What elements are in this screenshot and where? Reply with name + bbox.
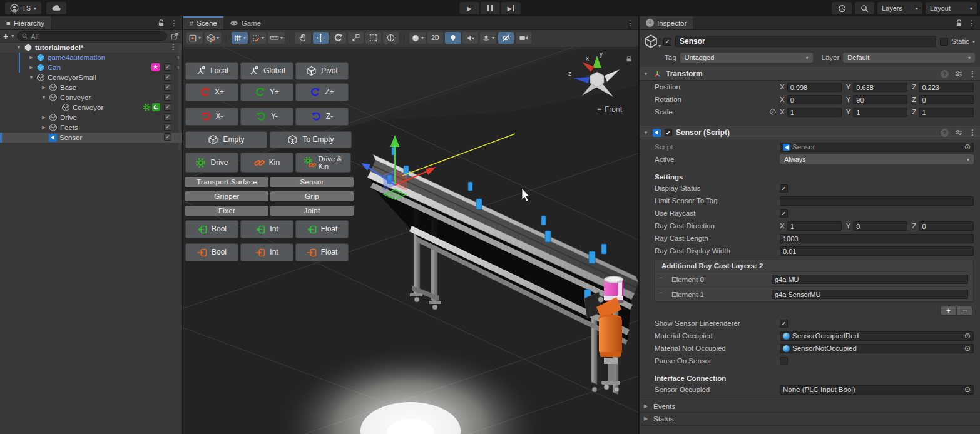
material-not-occupied-field[interactable]: SensorNotOccupied ⊙ bbox=[780, 344, 974, 353]
help-icon[interactable]: ? bbox=[941, 70, 949, 78]
to-empty-button[interactable]: To Empty bbox=[270, 131, 352, 148]
step-button[interactable]: ▶ bbox=[501, 2, 521, 14]
scene-viewport[interactable]: Local Global Pivot X+ Y+ Z+ X- Y- Z- Emp… bbox=[183, 47, 638, 434]
gizmo-cones[interactable] bbox=[573, 56, 620, 97]
camera-settings-button[interactable] bbox=[516, 32, 531, 44]
gizmo-y-label[interactable]: y bbox=[600, 51, 603, 58]
rotate-z-minus-button[interactable]: Z- bbox=[295, 108, 349, 126]
raycast-layers-header[interactable]: Additional Ray Cast Layers: 2 bbox=[655, 260, 973, 271]
object-picker-icon[interactable]: ⊙ bbox=[964, 345, 971, 352]
material-occupied-field[interactable]: SensorOccupiedRed ⊙ bbox=[780, 331, 974, 341]
gizmo-lock-icon[interactable] bbox=[625, 55, 633, 63]
active-checkbox[interactable]: ✓ bbox=[164, 83, 171, 91]
gripper-button[interactable]: Gripper bbox=[185, 191, 268, 201]
empty-button[interactable]: Empty bbox=[185, 131, 267, 148]
rect-tool[interactable] bbox=[365, 32, 381, 44]
foldout-expanded-icon[interactable]: ▼ bbox=[40, 95, 48, 99]
layout-dropdown[interactable]: Layout ▾ bbox=[926, 2, 977, 14]
tab-inspector[interactable]: i Inspector bbox=[640, 16, 693, 29]
remove-element-button[interactable]: − bbox=[957, 306, 972, 316]
foldout-expanded-icon[interactable]: ▼ bbox=[15, 45, 23, 49]
scale-z-field[interactable]: 1 bbox=[919, 108, 974, 117]
presets-icon[interactable] bbox=[954, 128, 963, 137]
gizmo-z-label[interactable]: z bbox=[568, 70, 571, 77]
pivot-button[interactable]: Pivot bbox=[295, 62, 349, 80]
chevron-down-icon[interactable]: ▾ bbox=[11, 33, 14, 39]
script-object-field[interactable]: Sensor ⊙ bbox=[780, 143, 974, 152]
lighting-toggle[interactable] bbox=[445, 32, 461, 44]
sensor-component-header[interactable]: ▼ ✓ Sensor (Script) ? ⋮ bbox=[640, 126, 980, 139]
plc-input-float-button[interactable]: Float bbox=[295, 220, 349, 238]
fixer-button[interactable]: Fixer bbox=[185, 206, 268, 216]
scale-tool[interactable] bbox=[348, 32, 364, 44]
plc-output-float-button[interactable]: Float bbox=[295, 243, 349, 261]
layers-dropdown[interactable]: Layers ▾ bbox=[877, 2, 922, 14]
gameobject-name-field[interactable]: Sensor bbox=[675, 36, 936, 47]
object-picker-icon[interactable]: ⊙ bbox=[964, 143, 971, 151]
object-picker-icon[interactable]: ⊙ bbox=[964, 386, 971, 393]
layer-dropdown[interactable]: Default ▾ bbox=[843, 53, 975, 63]
kebab-menu-icon[interactable]: ⋮ bbox=[968, 19, 976, 28]
row-conveyor-child[interactable]: Conveyor ✓ bbox=[0, 103, 182, 113]
kebab-menu-icon[interactable]: ⋮ bbox=[626, 19, 634, 28]
favorite-star-badge[interactable]: ★ bbox=[151, 63, 160, 71]
kebab-menu-icon[interactable]: ⋮ bbox=[969, 69, 976, 78]
raycast-dir-y-field[interactable]: 0 bbox=[853, 221, 907, 231]
foldout-collapsed-icon[interactable]: ▶ bbox=[28, 65, 35, 70]
status-foldout[interactable]: ▶ Status bbox=[640, 412, 980, 425]
foldout-collapsed-icon[interactable]: ▶ bbox=[40, 85, 48, 90]
gizmo-pick-dropdown[interactable]: ▾ bbox=[205, 32, 221, 44]
plc-input-int-button[interactable]: Int bbox=[240, 220, 293, 238]
static-checkbox[interactable] bbox=[940, 38, 948, 46]
tab-hierarchy[interactable]: ≡ Hierarchy bbox=[0, 16, 51, 29]
lock-icon[interactable] bbox=[157, 19, 165, 27]
rotate-x-plus-button[interactable]: X+ bbox=[185, 83, 238, 101]
foldout-collapsed-icon[interactable]: ▶ bbox=[40, 115, 48, 120]
scale-y-field[interactable]: 1 bbox=[853, 108, 907, 117]
row-conveyorsmall[interactable]: ▼ ConveyorSmall ✓ bbox=[0, 73, 182, 83]
show-linerenderer-checkbox[interactable]: ✓ bbox=[780, 320, 788, 328]
hierarchy-scrollbar[interactable] bbox=[178, 44, 181, 150]
use-raycast-checkbox[interactable]: ✓ bbox=[780, 209, 788, 218]
create-button[interactable]: + bbox=[3, 32, 8, 41]
raycast-width-field[interactable]: 0.01 bbox=[780, 246, 974, 256]
constrain-proportions-icon[interactable] bbox=[768, 108, 777, 116]
tab-scene[interactable]: # Scene bbox=[183, 16, 223, 29]
presets-icon[interactable] bbox=[954, 69, 963, 78]
pause-button[interactable] bbox=[481, 2, 500, 14]
display-status-checkbox[interactable]: ✓ bbox=[780, 184, 788, 193]
kebab-menu-icon[interactable]: ⋮ bbox=[170, 19, 178, 28]
rotate-x-minus-button[interactable]: X- bbox=[185, 108, 238, 126]
gameobject-active-checkbox[interactable]: ✓ bbox=[663, 38, 671, 46]
grid-snap-dropdown[interactable]: ▾ bbox=[250, 32, 266, 44]
audio-mute-toggle[interactable] bbox=[462, 32, 478, 44]
drag-handle-icon[interactable]: = bbox=[659, 291, 666, 298]
active-checkbox[interactable]: ✓ bbox=[164, 113, 171, 121]
component-enabled-checkbox[interactable]: ✓ bbox=[665, 129, 672, 136]
drive-and-kin-button[interactable]: Drive & Kin bbox=[295, 153, 351, 173]
grip-button[interactable]: Grip bbox=[270, 191, 354, 201]
active-checkbox[interactable]: ✓ bbox=[164, 103, 171, 111]
hierarchy-search-input[interactable]: All bbox=[17, 31, 167, 41]
row-base[interactable]: ▶ Base ✓ bbox=[0, 83, 182, 93]
global-button[interactable]: Global bbox=[240, 62, 293, 80]
rotate-tool[interactable] bbox=[330, 32, 346, 44]
kebab-menu-icon[interactable]: ⋮ bbox=[969, 128, 976, 137]
row-sensor-selected[interactable]: Sensor ✓ bbox=[0, 133, 182, 143]
object-picker-icon[interactable]: ⊙ bbox=[964, 332, 971, 340]
kin-button[interactable]: Kin bbox=[240, 153, 293, 173]
account-button[interactable]: TS ▾ bbox=[5, 2, 41, 14]
row-conveyor[interactable]: ▼ Conveyor ✓ bbox=[0, 93, 182, 103]
shading-mode-dropdown[interactable]: ▾ bbox=[409, 32, 426, 44]
pause-on-sensor-checkbox[interactable] bbox=[780, 357, 788, 365]
transport-surface-button[interactable]: Transport Surface bbox=[185, 177, 268, 187]
element-0-field[interactable]: g4a MU bbox=[772, 275, 968, 284]
cloud-button[interactable] bbox=[46, 2, 66, 14]
element-1-field[interactable]: g4a SensorMU bbox=[772, 290, 968, 299]
drive-button[interactable]: Drive bbox=[185, 153, 238, 173]
undo-history-button[interactable] bbox=[832, 2, 852, 14]
plc-input-bool-button[interactable]: Bool bbox=[185, 220, 238, 238]
gizmo-x-label[interactable]: x bbox=[586, 55, 589, 62]
rotation-x-field[interactable]: 0 bbox=[787, 95, 842, 104]
plc-output-bool-button[interactable]: Bool bbox=[185, 243, 238, 261]
